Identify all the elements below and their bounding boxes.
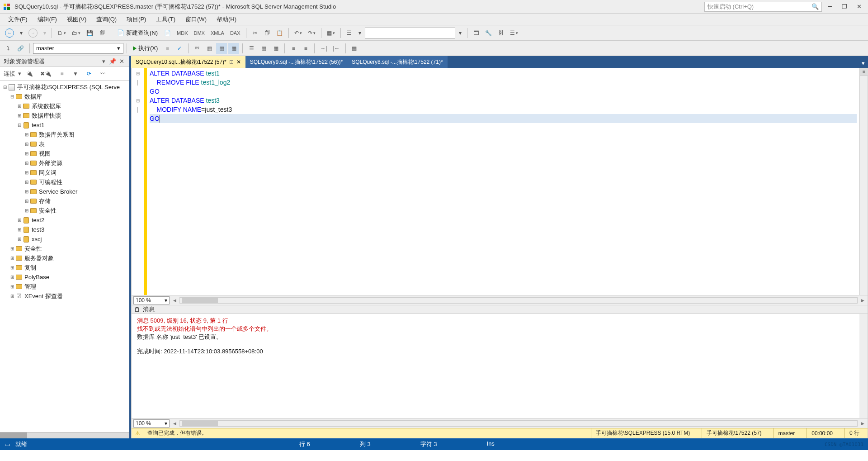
menu-view[interactable]: 视图(V) [62, 14, 91, 25]
connect-dropdown[interactable]: ▾ [18, 70, 21, 77]
split-handle[interactable]: ≡ [860, 68, 868, 76]
save-button[interactable]: 💾 [84, 28, 95, 38]
disconnect-icon[interactable]: ✖🔌 [38, 68, 54, 79]
cut-button[interactable]: ✂ [250, 28, 260, 38]
xmla-button[interactable]: XMLA [208, 28, 226, 38]
menu-window[interactable]: 窗口(W) [181, 14, 211, 25]
save-all-button[interactable]: 🗐 [97, 28, 108, 38]
toolbar-combo[interactable] [365, 28, 455, 38]
tab-sqlquery9[interactable]: SQLQuery9.sql -...摘棉花\17522 (56))* [245, 56, 347, 68]
database-combobox[interactable]: master ▾ [33, 43, 123, 54]
filter-dropdown[interactable]: ▾ [356, 28, 363, 38]
parse-button[interactable]: ✓ [174, 43, 185, 54]
tab-sqlquery8[interactable]: SQLQuery8.sql -...摘棉花\17522 (71)* [347, 56, 447, 68]
menu-edit[interactable]: 编辑(E) [33, 14, 61, 25]
paste-button[interactable]: 📋 [274, 28, 285, 38]
tree-security-node[interactable]: ⊞安全性 [0, 244, 129, 253]
details-icon[interactable]: 〰 [97, 68, 108, 79]
tree-server-node[interactable]: ⊟手可摘棉花\SQLEXPRESS (SQL Serve [0, 82, 129, 92]
results-text-button[interactable]: ☰ [246, 43, 257, 54]
stop-icon[interactable]: ■ [57, 68, 67, 79]
tree-xevent-node[interactable]: ⊞☑XEvent 探查器 [0, 291, 129, 301]
outdent-button[interactable]: |← [330, 43, 342, 54]
change-connection-button[interactable]: ⤵ [3, 43, 14, 54]
tab-sqlquery10[interactable]: SQLQuery10.sql...摘棉花\17522 (57)* ⊡ ✕ [131, 56, 245, 68]
engine-query-button[interactable]: 📄 [162, 28, 173, 38]
filter-icon[interactable]: ▼ [70, 68, 81, 79]
messages-v-scrollbar[interactable] [859, 314, 868, 418]
minimize-button[interactable]: ━ [824, 2, 836, 12]
stop-button[interactable]: ■ [162, 43, 173, 54]
results-grid-button[interactable]: ▦ [228, 43, 239, 54]
template-button[interactable]: ▦ [325, 28, 337, 38]
tree-polybase-node[interactable]: ⊞PolyBase [0, 272, 129, 282]
copy-button[interactable]: 🗍 [262, 28, 273, 38]
activity-button[interactable]: 🗄 [495, 28, 506, 38]
tree-test1-storage[interactable]: ⊞存储 [0, 196, 129, 206]
open-button[interactable]: 🗁 [70, 28, 83, 38]
new-query-button[interactable]: 📄 新建查询(N) [114, 28, 160, 38]
menu-file[interactable]: 文件(F) [4, 14, 32, 25]
close-button[interactable]: ✕ [853, 2, 865, 12]
indent-button[interactable]: →| [318, 43, 329, 54]
hsb-right[interactable]: ▶ [859, 420, 866, 427]
messages-body[interactable]: 消息 5009, 级别 16, 状态 9, 第 1 行 找不到或无法初始化语句中… [132, 314, 868, 418]
tree-test1-views[interactable]: ⊞视图 [0, 149, 129, 158]
tree-test1-node[interactable]: ⊟test1 [0, 120, 129, 130]
menu-tools[interactable]: 工具(T) [151, 14, 180, 25]
tree-serverobjects-node[interactable]: ⊞服务器对象 [0, 253, 129, 263]
query-options-button[interactable]: ▦ [204, 43, 215, 54]
intellisense-button[interactable]: ▦ [216, 43, 227, 54]
panel-dropdown-button[interactable]: ▾ [99, 57, 108, 66]
more-button[interactable]: ☰ [508, 28, 520, 38]
connect-label[interactable]: 连接 [4, 70, 15, 78]
quick-launch-input[interactable]: 快速启动 (Ctrl+Q) 🔍 [704, 2, 822, 12]
tree-test3-node[interactable]: ⊞test3 [0, 225, 129, 234]
comment-button[interactable]: ≡ [288, 43, 299, 54]
tree-test2-node[interactable]: ⊞test2 [0, 215, 129, 225]
editor-v-scrollbar[interactable]: ≡ [859, 68, 868, 295]
specify-values-button[interactable]: ▦ [349, 43, 360, 54]
tree-snapshot-node[interactable]: ⊞数据库快照 [0, 111, 129, 120]
menu-query[interactable]: 查询(Q) [92, 14, 121, 25]
code-editor[interactable]: ⊟│ ⊟│ ALTER DATABASE test1 REMOVE FILE t… [132, 68, 868, 295]
hsb-right[interactable]: ▶ [859, 297, 866, 304]
execute-button[interactable]: 执行(X) [130, 43, 160, 53]
panel-pin-button[interactable]: 📌 [108, 57, 117, 66]
tree-management-node[interactable]: ⊞管理 [0, 282, 129, 291]
nav-forward-button[interactable]: → [26, 28, 40, 38]
tree-h-scrollbar[interactable] [0, 432, 129, 438]
tree-xscj-node[interactable]: ⊞xscj [0, 234, 129, 244]
tree-test1-synonyms[interactable]: ⊞同义词 [0, 168, 129, 177]
filter-button[interactable]: ☰ [344, 28, 355, 38]
nav-back-dropdown[interactable]: ▾ [18, 28, 25, 38]
panel-close-button[interactable]: ✕ [118, 57, 126, 66]
tree-databases-node[interactable]: ⊟数据库 [0, 92, 129, 101]
mdx-button[interactable]: MDX [175, 28, 190, 38]
registered-servers-button[interactable]: 🗔 [471, 28, 481, 38]
maximize-button[interactable]: ❐ [838, 2, 851, 12]
toolbar-combo-dropdown[interactable]: ▾ [457, 28, 464, 38]
messages-tab-header[interactable]: 🗒 消息 [132, 305, 868, 314]
connection-button[interactable]: 🔗 [15, 43, 26, 54]
editor-h-scrollbar[interactable] [179, 297, 858, 304]
dax-button[interactable]: DAX [228, 28, 243, 38]
redo-button[interactable]: ↷ [306, 28, 318, 38]
undo-button[interactable]: ↶ [292, 28, 304, 38]
hsb-left[interactable]: ◀ [171, 420, 178, 427]
tree-sysdb-node[interactable]: ⊞系统数据库 [0, 101, 129, 111]
object-explorer-tree[interactable]: ⊟手可摘棉花\SQLEXPRESS (SQL Serve ⊟数据库 ⊞系统数据库… [0, 81, 129, 432]
connect-icon[interactable]: 🔌 [24, 68, 35, 79]
new-item-button[interactable]: 🗋 [55, 28, 68, 38]
tree-test1-external[interactable]: ⊞外部资源 [0, 158, 129, 168]
nav-fwd-dropdown[interactable]: ▾ [41, 28, 48, 38]
tree-test1-diagram[interactable]: ⊞数据库关系图 [0, 130, 129, 139]
tree-test1-security[interactable]: ⊞安全性 [0, 206, 129, 215]
uncomment-button[interactable]: ≡ [300, 43, 311, 54]
menu-help[interactable]: 帮助(H) [212, 14, 241, 25]
tools-button[interactable]: 🔧 [483, 28, 494, 38]
tree-replication-node[interactable]: ⊞复制 [0, 263, 129, 272]
tab-pin-icon[interactable]: ⊡ [229, 59, 234, 65]
tree-test1-tables[interactable]: ⊞表 [0, 139, 129, 149]
tabstrip-overflow-button[interactable]: ▾ [858, 58, 868, 68]
